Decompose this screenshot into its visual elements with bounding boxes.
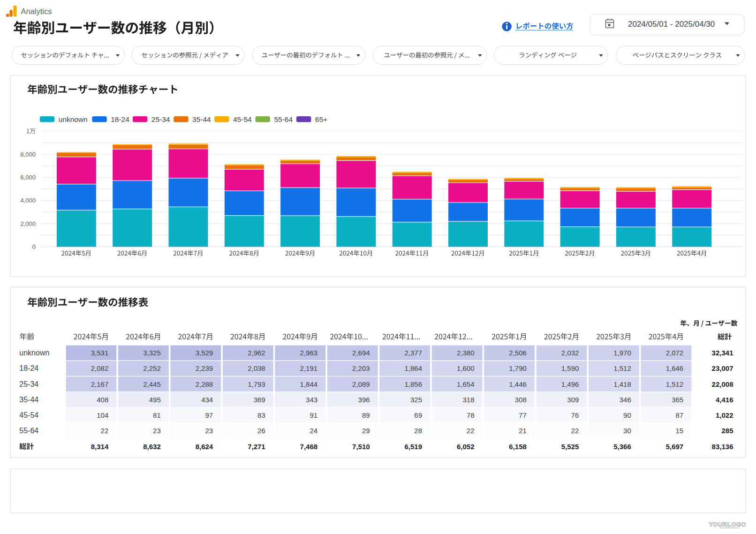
svg-text:97: 97 bbox=[205, 411, 213, 419]
svg-text:6,158: 6,158 bbox=[509, 443, 527, 451]
svg-text:2,082: 2,082 bbox=[91, 364, 109, 372]
svg-text:81: 81 bbox=[153, 411, 161, 419]
svg-text:76: 76 bbox=[571, 411, 579, 419]
svg-text:83,136: 83,136 bbox=[712, 443, 733, 451]
svg-text:2,072: 2,072 bbox=[666, 349, 684, 357]
svg-text:6,000: 6,000 bbox=[20, 174, 36, 181]
svg-text:4,000: 4,000 bbox=[20, 197, 36, 204]
svg-text:unknown: unknown bbox=[19, 349, 49, 357]
svg-text:4,416: 4,416 bbox=[716, 396, 733, 404]
svg-text:90: 90 bbox=[623, 411, 631, 419]
svg-text:23,007: 23,007 bbox=[712, 364, 733, 372]
svg-text:2,089: 2,089 bbox=[352, 380, 370, 388]
svg-text:55-64: 55-64 bbox=[274, 115, 293, 123]
svg-text:1,856: 1,856 bbox=[404, 380, 422, 388]
svg-text:23: 23 bbox=[153, 427, 161, 435]
svg-text:308: 308 bbox=[515, 396, 527, 404]
svg-text:29: 29 bbox=[362, 427, 370, 435]
svg-text:309: 309 bbox=[567, 396, 579, 404]
svg-text:1,970: 1,970 bbox=[613, 349, 631, 357]
svg-text:26: 26 bbox=[257, 427, 265, 435]
svg-text:22: 22 bbox=[467, 427, 475, 435]
svg-text:1,512: 1,512 bbox=[613, 364, 631, 372]
svg-text:1,446: 1,446 bbox=[509, 380, 527, 388]
svg-text:1,646: 1,646 bbox=[666, 364, 684, 372]
svg-text:1,790: 1,790 bbox=[509, 364, 527, 372]
svg-text:35-44: 35-44 bbox=[192, 115, 211, 123]
svg-text:495: 495 bbox=[149, 396, 161, 404]
svg-text:30: 30 bbox=[623, 427, 631, 435]
svg-text:2,380: 2,380 bbox=[457, 349, 475, 357]
svg-text:396: 396 bbox=[358, 396, 370, 404]
svg-text:45-54: 45-54 bbox=[19, 411, 38, 419]
svg-text:25-34: 25-34 bbox=[151, 115, 170, 123]
svg-text:2,288: 2,288 bbox=[196, 380, 213, 388]
svg-text:2,038: 2,038 bbox=[248, 364, 265, 372]
svg-text:369: 369 bbox=[254, 396, 265, 404]
svg-text:6,052: 6,052 bbox=[457, 443, 475, 451]
svg-text:78: 78 bbox=[467, 411, 475, 419]
svg-text:2,377: 2,377 bbox=[404, 349, 422, 357]
svg-text:5,366: 5,366 bbox=[613, 443, 631, 451]
svg-text:1,590: 1,590 bbox=[561, 364, 579, 372]
svg-text:22: 22 bbox=[571, 427, 579, 435]
svg-text:91: 91 bbox=[310, 411, 318, 419]
svg-text:408: 408 bbox=[97, 396, 108, 404]
svg-text:87: 87 bbox=[676, 411, 684, 419]
svg-text:3,325: 3,325 bbox=[143, 349, 161, 357]
svg-text:365: 365 bbox=[672, 396, 683, 404]
svg-text:YOURLOGO: YOURLOGO bbox=[709, 521, 746, 528]
svg-text:1,496: 1,496 bbox=[561, 380, 579, 388]
svg-text:45-54: 45-54 bbox=[233, 115, 252, 123]
svg-text:35-44: 35-44 bbox=[19, 396, 38, 404]
svg-text:2,445: 2,445 bbox=[143, 380, 161, 388]
svg-text:0: 0 bbox=[32, 243, 36, 250]
svg-text:325: 325 bbox=[410, 396, 422, 404]
svg-text:434: 434 bbox=[201, 396, 213, 404]
svg-text:Analytics: Analytics bbox=[21, 7, 52, 15]
svg-text:21: 21 bbox=[519, 427, 527, 435]
svg-text:1,022: 1,022 bbox=[716, 411, 733, 419]
svg-text:22: 22 bbox=[101, 427, 109, 435]
svg-text:7,271: 7,271 bbox=[248, 443, 265, 451]
svg-text:2,962: 2,962 bbox=[248, 349, 265, 357]
svg-text:318: 318 bbox=[462, 396, 474, 404]
svg-text:8,314: 8,314 bbox=[91, 443, 109, 451]
svg-text:104: 104 bbox=[97, 411, 108, 419]
svg-text:unknown: unknown bbox=[59, 115, 88, 123]
svg-text:2,506: 2,506 bbox=[509, 349, 527, 357]
svg-text:28: 28 bbox=[414, 427, 422, 435]
svg-text:6,519: 6,519 bbox=[404, 443, 422, 451]
svg-text:8,624: 8,624 bbox=[196, 443, 213, 451]
svg-text:23: 23 bbox=[205, 427, 213, 435]
svg-text:7,468: 7,468 bbox=[300, 443, 318, 451]
svg-text:83: 83 bbox=[257, 411, 265, 419]
svg-text:2,167: 2,167 bbox=[91, 380, 109, 388]
svg-text:32,341: 32,341 bbox=[712, 349, 733, 357]
svg-text:2024/05/01 - 2025/04/30: 2024/05/01 - 2025/04/30 bbox=[628, 20, 715, 29]
svg-text:346: 346 bbox=[620, 396, 631, 404]
svg-text:285: 285 bbox=[721, 427, 733, 435]
svg-text:22,008: 22,008 bbox=[712, 380, 733, 388]
svg-text:1,844: 1,844 bbox=[300, 380, 318, 388]
svg-text:2,239: 2,239 bbox=[196, 364, 213, 372]
svg-text:24: 24 bbox=[310, 427, 318, 435]
svg-text:1,864: 1,864 bbox=[404, 364, 422, 372]
svg-text:65+: 65+ bbox=[315, 115, 327, 123]
svg-text:7,510: 7,510 bbox=[352, 443, 370, 451]
svg-text:2,203: 2,203 bbox=[352, 364, 370, 372]
svg-text:18-24: 18-24 bbox=[19, 364, 38, 372]
svg-text:2,963: 2,963 bbox=[300, 349, 318, 357]
svg-text:1,512: 1,512 bbox=[666, 380, 684, 388]
svg-text:55-64: 55-64 bbox=[19, 427, 38, 435]
svg-text:1,793: 1,793 bbox=[248, 380, 265, 388]
svg-text:343: 343 bbox=[306, 396, 318, 404]
svg-text:77: 77 bbox=[519, 411, 527, 419]
svg-text:2,694: 2,694 bbox=[352, 349, 370, 357]
svg-text:1,418: 1,418 bbox=[613, 380, 631, 388]
svg-text:5,525: 5,525 bbox=[561, 443, 579, 451]
svg-text:15: 15 bbox=[676, 427, 684, 435]
svg-text:89: 89 bbox=[362, 411, 370, 419]
svg-text:18-24: 18-24 bbox=[111, 115, 129, 123]
svg-text:5,697: 5,697 bbox=[666, 443, 684, 451]
